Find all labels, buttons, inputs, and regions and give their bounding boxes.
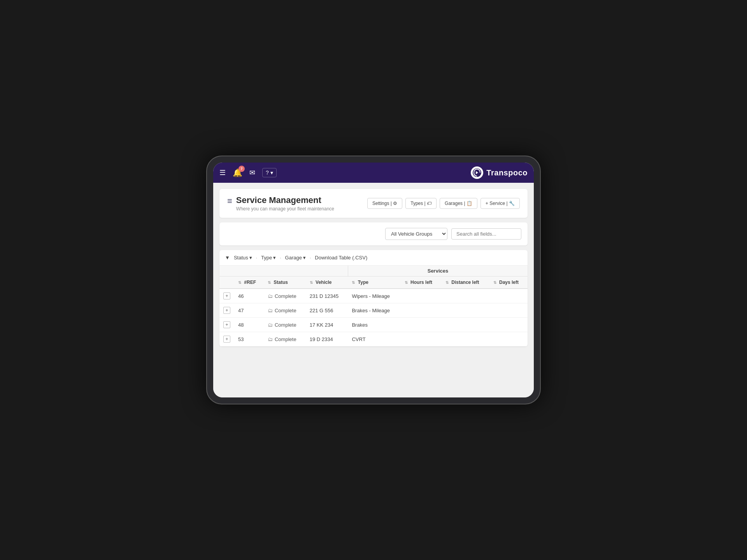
tablet-screen: ☰ 🔔 7 ✉ ? ▾ <box>213 163 534 397</box>
col-hours-left[interactable]: ⇅ Hours left <box>401 276 442 289</box>
col-hours-label: Hours left <box>410 280 432 285</box>
status-complete-badge: 🗂 Complete <box>268 322 302 328</box>
row-hours-left <box>401 318 442 332</box>
types-label: Types | 🏷 <box>410 201 431 206</box>
row-distance-left <box>442 289 489 303</box>
types-button[interactable]: Types | 🏷 <box>405 198 437 209</box>
days-sort-icon: ⇅ <box>493 280 496 285</box>
navbar-left: ☰ 🔔 7 ✉ ? ▾ <box>219 168 277 177</box>
vehicle-group-select[interactable]: All Vehicle Groups <box>385 228 447 240</box>
page-header-left: ≡ Service Management Where you can manag… <box>227 195 334 212</box>
row-status: 🗂 Complete <box>264 289 306 303</box>
row-hours-left <box>401 332 442 346</box>
row-hours-left <box>401 289 442 303</box>
col-distance-left[interactable]: ⇅ Distance left <box>442 276 489 289</box>
help-label: ? <box>266 170 269 176</box>
status-label: Complete <box>275 308 296 313</box>
status-label: Complete <box>275 336 296 342</box>
filter-separator-1: · <box>256 255 257 261</box>
type-filter-button[interactable]: Type ▾ <box>260 254 277 261</box>
col-days-label: Days left <box>499 280 519 285</box>
row-days-left <box>489 303 528 318</box>
row-vehicle: 221 G 556 <box>306 303 348 318</box>
row-distance-left <box>442 332 489 346</box>
row-expand-cell: + <box>219 289 234 303</box>
status-complete-badge: 🗂 Complete <box>268 308 302 313</box>
garages-button[interactable]: Garages | 📋 <box>440 198 477 209</box>
row-vehicle: 19 D 2334 <box>306 332 348 346</box>
settings-button[interactable]: Settings | ⚙ <box>367 198 402 209</box>
col-type-label: Type <box>358 280 368 285</box>
page-subtitle: Where you can manage your fleet maintena… <box>236 206 334 212</box>
col-days-left[interactable]: ⇅ Days left <box>489 276 528 289</box>
row-ref: 46 <box>234 289 264 303</box>
brand-logo <box>471 166 483 179</box>
expand-button[interactable]: + <box>223 336 230 343</box>
row-type: Brakes <box>348 318 400 332</box>
status-filter-label: Status <box>234 255 248 261</box>
status-folder-icon: 🗂 <box>268 308 273 313</box>
row-vehicle: 17 KK 234 <box>306 318 348 332</box>
status-folder-icon: 🗂 <box>268 293 273 299</box>
page-header-card: ≡ Service Management Where you can manag… <box>219 189 528 218</box>
hours-sort-icon: ⇅ <box>405 280 408 285</box>
filter-separator-3: · <box>310 255 311 261</box>
expand-button[interactable]: + <box>223 321 230 328</box>
row-distance-left <box>442 303 489 318</box>
table-body: + 46 🗂 Complete 231 D 12345 Wipers - Mil… <box>219 289 528 346</box>
row-ref: 53 <box>234 332 264 346</box>
main-content: ≡ Service Management Where you can manag… <box>213 183 534 397</box>
help-button[interactable]: ? ▾ <box>262 168 277 177</box>
filter-separator-2: · <box>280 255 281 261</box>
notification-badge: 7 <box>238 166 245 172</box>
add-service-button[interactable]: + Service | 🔧 <box>480 198 520 209</box>
expand-button[interactable]: + <box>223 292 230 299</box>
status-complete-badge: 🗂 Complete <box>268 293 302 299</box>
download-csv-label: Download Table (.CSV) <box>315 255 367 261</box>
col-vehicle[interactable]: ⇅ Vehicle <box>306 276 348 289</box>
distance-sort-icon: ⇅ <box>445 280 449 285</box>
status-folder-icon: 🗂 <box>268 322 273 328</box>
status-label: Complete <box>275 293 296 299</box>
col-ref[interactable]: ⇅ #REF <box>234 276 264 289</box>
search-input[interactable] <box>451 228 521 240</box>
garage-filter-label: Garage <box>285 255 302 261</box>
status-filter-arrow: ▾ <box>249 255 252 261</box>
type-filter-label: Type <box>261 255 272 261</box>
bell-button[interactable]: 🔔 7 <box>233 168 242 177</box>
tablet-frame: ☰ 🔔 7 ✉ ? ▾ <box>206 156 541 404</box>
col-type[interactable]: ⇅ Type <box>348 276 400 289</box>
garage-filter-arrow: ▾ <box>303 255 306 261</box>
empty-group-header <box>219 266 348 276</box>
col-distance-label: Distance left <box>451 280 479 285</box>
status-label: Complete <box>275 322 296 328</box>
header-buttons: Settings | ⚙ Types | 🏷 Garages | 📋 + Ser… <box>367 198 520 209</box>
col-status[interactable]: ⇅ Status <box>264 276 306 289</box>
services-table: Services ⇅ #REF ⇅ Status <box>219 266 528 346</box>
table-row: + 48 🗂 Complete 17 KK 234 Brakes <box>219 318 528 332</box>
table-row: + 46 🗂 Complete 231 D 12345 Wipers - Mil… <box>219 289 528 303</box>
row-days-left <box>489 289 528 303</box>
col-status-label: Status <box>274 280 288 285</box>
status-filter-button[interactable]: Status ▾ <box>232 254 254 261</box>
table-row: + 47 🗂 Complete 221 G 556 Brakes - Milea… <box>219 303 528 318</box>
download-csv-button[interactable]: Download Table (.CSV) <box>313 254 369 261</box>
page-header-text: Service Management Where you can manage … <box>236 195 334 212</box>
row-type: CVRT <box>348 332 400 346</box>
table-toolbar: ▼ Status ▾ · Type ▾ · Garage ▾ · <box>219 250 528 266</box>
row-type: Brakes - Mileage <box>348 303 400 318</box>
row-distance-left <box>442 318 489 332</box>
row-status: 🗂 Complete <box>264 303 306 318</box>
col-ref-label: #REF <box>244 280 256 285</box>
garages-label: Garages | 📋 <box>445 201 472 206</box>
garage-filter-button[interactable]: Garage ▾ <box>284 254 307 261</box>
hamburger-icon[interactable]: ☰ <box>219 168 226 177</box>
expand-button[interactable]: + <box>223 307 230 314</box>
col-vehicle-label: Vehicle <box>316 280 331 285</box>
mail-icon[interactable]: ✉ <box>249 168 255 177</box>
row-hours-left <box>401 303 442 318</box>
status-sort-icon: ⇅ <box>268 280 271 285</box>
type-sort-icon: ⇅ <box>352 280 355 285</box>
service-management-icon: ≡ <box>227 196 232 206</box>
row-days-left <box>489 318 528 332</box>
